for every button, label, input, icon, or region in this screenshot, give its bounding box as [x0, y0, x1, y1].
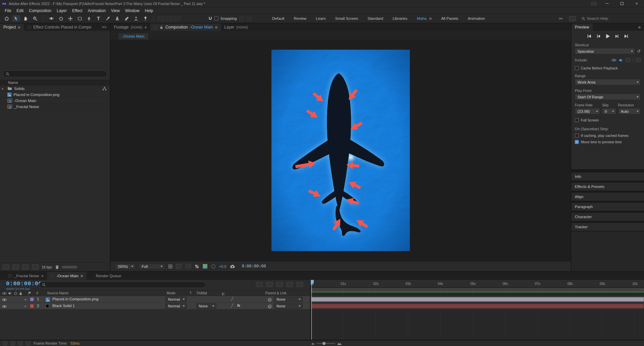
workspace-switcher-icon[interactable]	[569, 16, 576, 21]
tab-layer[interactable]: Layer (none)	[221, 23, 251, 31]
roto-brush-tool[interactable]	[132, 15, 140, 22]
app-icon[interactable]: Ae	[2, 1, 7, 6]
tab-footage[interactable]: Footage (none) ×	[111, 23, 150, 31]
menu-window[interactable]: Window	[122, 8, 142, 13]
zoom-out-mountain-icon[interactable]	[311, 342, 314, 345]
zoom-in-mountain-icon[interactable]	[337, 342, 342, 345]
layer-label-color-chip[interactable]	[30, 304, 34, 308]
workspace-animation[interactable]: Animation	[468, 16, 485, 20]
panel-info[interactable]: Info	[571, 172, 644, 181]
expand-chevron-icon[interactable]: ▸	[2, 87, 5, 90]
full-screen-checkbox[interactable]	[575, 118, 579, 122]
current-timecode[interactable]: 0:00:00:00	[6, 281, 42, 287]
horizontal-scrollbar[interactable]	[62, 266, 77, 268]
menu-view[interactable]: View	[109, 8, 123, 13]
move-time-checkbox[interactable]: ✓	[575, 140, 579, 144]
expand-layer-switches-icon[interactable]	[3, 341, 7, 345]
workspace-maha[interactable]: Maha	[417, 16, 427, 20]
new-composition-icon[interactable]	[22, 264, 29, 269]
project-tab-overflow[interactable]: >>	[98, 23, 110, 31]
menu-layer[interactable]: Layer	[54, 8, 70, 13]
type-tool[interactable]: T	[94, 15, 102, 22]
minimize-button[interactable]	[600, 0, 614, 7]
layer-row-2[interactable]: ▸ 2 Black Solid 1 Normal None ╱ fx None	[0, 303, 310, 309]
tab-preview[interactable]: Preview	[571, 23, 593, 31]
work-area-bar[interactable]	[311, 288, 644, 291]
layer-bar-placed-in-composition[interactable]	[311, 297, 644, 302]
play-button[interactable]	[605, 34, 610, 39]
panel-menu-icon[interactable]: ≡	[81, 274, 83, 279]
close-tab-icon[interactable]: ×	[41, 274, 44, 279]
if-caching-checkbox[interactable]	[575, 134, 579, 138]
tab-project[interactable]: Project ≡	[0, 23, 24, 31]
panel-menu-icon[interactable]: ≡	[215, 25, 218, 30]
help-search-input[interactable]	[587, 16, 624, 20]
include-overlays-icon[interactable]	[626, 58, 631, 62]
snapshot-camera-icon[interactable]	[230, 264, 235, 268]
include-audio-speaker-icon[interactable]	[619, 58, 623, 62]
menu-edit[interactable]: Edit	[14, 8, 26, 13]
expand-time-stretch-icon[interactable]	[18, 341, 23, 345]
parent-dropdown[interactable]: None	[274, 297, 303, 302]
panel-tracker[interactable]: Tracker	[571, 223, 644, 231]
panel-character[interactable]: Character	[571, 213, 644, 221]
expand-chevron-icon[interactable]: ▸	[25, 304, 27, 308]
parent-dropdown[interactable]: None	[274, 303, 303, 309]
workspace-small-screen[interactable]: Small Screen	[335, 16, 358, 20]
current-time-indicator-line[interactable]	[311, 280, 312, 340]
project-item-fractal-noise[interactable]: _Fractal Noise	[0, 104, 110, 110]
viewer-timecode[interactable]: 0:00:00:00	[242, 264, 266, 269]
selection-tool[interactable]	[12, 15, 20, 22]
range-dropdown[interactable]: Work Area	[575, 79, 641, 85]
zoom-slider-thumb[interactable]	[323, 342, 326, 345]
quality-switch-icon[interactable]: ╱	[231, 297, 233, 301]
workspace-all-panels[interactable]: All Panels	[441, 16, 458, 20]
mode-column-header[interactable]: Mode	[167, 291, 175, 295]
zoom-tool[interactable]	[31, 15, 39, 22]
pick-whip-icon[interactable]	[268, 304, 272, 308]
cache-before-playback-checkbox[interactable]	[575, 66, 579, 70]
project-list-header[interactable]: Name	[0, 80, 110, 85]
index-column-header[interactable]: #	[36, 291, 38, 295]
blend-mode-dropdown[interactable]: Normal	[165, 297, 187, 302]
timeline-search-input[interactable]	[48, 283, 189, 287]
source-name-column-header[interactable]: Source Name	[47, 291, 69, 295]
menu-effect[interactable]: Effect	[70, 8, 85, 13]
shortcut-dropdown[interactable]: Spacebar	[575, 48, 635, 54]
mask-visibility-icon[interactable]	[176, 264, 182, 269]
resolution-dropdown[interactable]: Full	[139, 264, 165, 269]
viewer-tab-ocean-main[interactable]: -Ocean Main	[118, 33, 149, 40]
snap-option-1-icon[interactable]	[239, 16, 244, 21]
name-column-header[interactable]: Name	[0, 81, 18, 85]
maximize-button[interactable]	[614, 0, 629, 7]
play-from-dropdown[interactable]: Start Of Range	[575, 94, 641, 100]
transparency-grid-icon[interactable]	[195, 264, 199, 268]
close-button[interactable]: ×	[629, 0, 644, 7]
flowchart-icon[interactable]	[102, 86, 106, 91]
motion-blur-icon[interactable]	[286, 282, 293, 287]
layer-name[interactable]: Placed in Composition.png	[52, 297, 98, 301]
timeline-tab-fractal-noise[interactable]: _Fractal Noise ×	[5, 272, 47, 280]
layer-label-color-chip[interactable]	[30, 298, 34, 301]
new-folder-icon[interactable]	[12, 264, 19, 269]
toggle-render-time-icon[interactable]	[26, 341, 31, 345]
project-item-solids[interactable]: ▸ Solids	[0, 86, 110, 92]
menu-animation[interactable]: Animation	[85, 8, 108, 13]
menu-composition[interactable]: Composition	[26, 8, 54, 13]
video-eye-icon[interactable]	[2, 304, 7, 308]
workspace-libraries[interactable]: Libraries	[393, 16, 407, 20]
blend-mode-dropdown[interactable]: Normal	[165, 303, 187, 309]
video-eye-icon[interactable]	[2, 298, 7, 302]
panel-menu-icon[interactable]: ≡	[18, 25, 20, 30]
region-of-interest-icon[interactable]	[185, 264, 191, 269]
trkmat-dropdown[interactable]: None	[196, 303, 216, 309]
frame-rate-dropdown[interactable]: (23.98)	[575, 108, 600, 114]
project-search-input[interactable]	[11, 72, 99, 76]
project-flowchart-icon[interactable]	[32, 264, 39, 269]
parent-link-column-header[interactable]: Parent & Link	[265, 291, 287, 295]
expand-chevron-icon[interactable]: ▸	[25, 298, 27, 301]
frame-blending-icon[interactable]	[276, 282, 283, 287]
exposure-value[interactable]: +0.0	[219, 264, 226, 268]
trash-icon[interactable]	[55, 265, 59, 269]
hand-tool[interactable]	[22, 15, 30, 22]
